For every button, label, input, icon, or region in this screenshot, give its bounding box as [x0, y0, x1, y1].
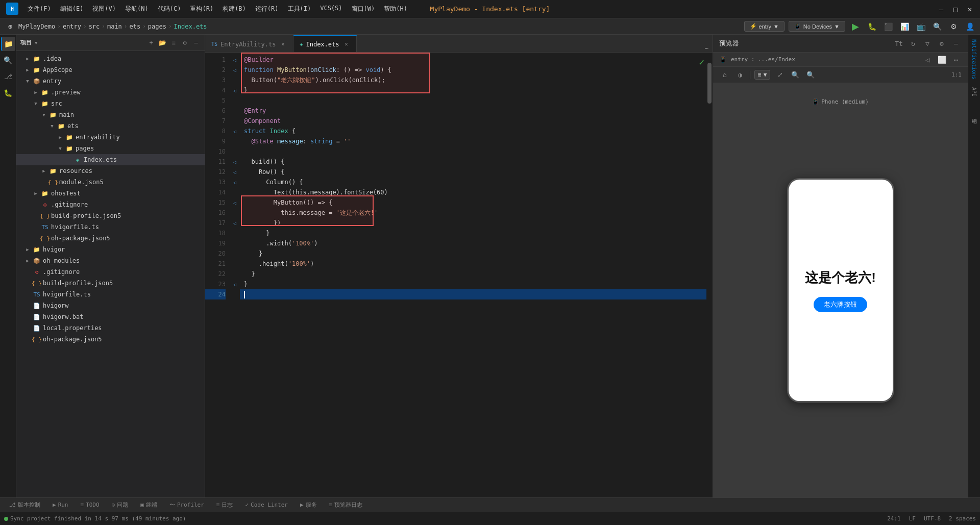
- search-icon[interactable]: 🔍: [1, 53, 15, 67]
- tab-terminal[interactable]: ▣ 终端: [135, 500, 162, 510]
- menu-code[interactable]: 代码(C): [154, 3, 185, 15]
- new-file-icon[interactable]: +: [146, 38, 156, 47]
- tab-todo[interactable]: ≡ TODO: [76, 501, 105, 509]
- close-panel-icon[interactable]: —: [191, 38, 201, 47]
- breadcrumb-entry[interactable]: entry: [63, 23, 81, 30]
- tree-item-gitignore2[interactable]: ⚙ .gitignore: [16, 266, 205, 278]
- coverage-button[interactable]: 📊: [898, 20, 911, 33]
- tree-item-entryability[interactable]: ▶ 📁 entryability: [16, 132, 205, 143]
- vcs-icon[interactable]: ⎇: [1, 69, 15, 84]
- entry-selector[interactable]: ⚡ entry ▼: [744, 21, 785, 32]
- tab-log[interactable]: ≡ 日志: [211, 500, 238, 510]
- menu-tools[interactable]: 工具(I): [284, 3, 315, 15]
- phone-button[interactable]: 老六牌按钮: [814, 297, 867, 312]
- tab-close-icon[interactable]: ✕: [342, 40, 350, 48]
- editor-scrollbar[interactable]: [706, 53, 713, 497]
- tree-item-main[interactable]: ▼ 📁 main: [16, 109, 205, 120]
- menu-window[interactable]: 窗口(W): [348, 3, 379, 15]
- run-button[interactable]: ▶: [849, 20, 862, 33]
- tab-entryability[interactable]: TS EntryAbility.ts ✕: [205, 35, 293, 52]
- new-folder-icon[interactable]: 📂: [158, 38, 167, 47]
- zoom-out-icon[interactable]: 🔍: [805, 69, 816, 81]
- tab-problems[interactable]: ⊙ 问题: [107, 500, 134, 510]
- search-button[interactable]: 🔍: [931, 20, 943, 33]
- scrollbar-thumb[interactable]: [707, 63, 712, 104]
- stop-button[interactable]: ⬛: [882, 20, 894, 33]
- charset-status[interactable]: UTF-8: [924, 515, 941, 522]
- settings-button[interactable]: ⚙: [947, 20, 960, 33]
- tree-item-idea[interactable]: ▶ 📁 .idea: [16, 53, 205, 64]
- menu-help[interactable]: 帮助(H): [380, 3, 411, 15]
- close-preview-icon[interactable]: —: [950, 38, 962, 49]
- tab-version-control[interactable]: ⎇ 版本控制: [4, 500, 45, 510]
- menu-navigate[interactable]: 导航(N): [121, 3, 153, 15]
- menu-run[interactable]: 运行(R): [251, 3, 283, 15]
- expand-icon[interactable]: ⤢: [774, 69, 786, 81]
- tree-item-pages[interactable]: ▼ 📁 pages: [16, 143, 205, 154]
- tree-item-ets[interactable]: ▼ 📁 ets: [16, 120, 205, 132]
- settings-icon[interactable]: ⚙: [936, 38, 947, 49]
- color-icon[interactable]: ◑: [734, 69, 746, 81]
- filter-icon[interactable]: ▽: [922, 38, 933, 49]
- tree-item-entry[interactable]: ▼ 📦 entry: [16, 76, 205, 87]
- sync-status[interactable]: Sync project finished in 14 s 97 ms (49 …: [4, 515, 186, 522]
- tree-item-hvigorfile2[interactable]: TS hvigorfile.ts: [16, 289, 205, 300]
- close-button[interactable]: ✕: [966, 5, 974, 13]
- devices-selector[interactable]: 📱 No Devices ▼: [789, 21, 845, 32]
- structure-panel-icon[interactable]: 结构: [969, 104, 979, 124]
- code-editor[interactable]: @Builder function MyButton(onClick: () =…: [240, 53, 706, 497]
- api-panel-icon[interactable]: API: [969, 82, 979, 102]
- tree-item-hvigor[interactable]: ▶ 📁 hvigor: [16, 244, 205, 255]
- tree-item-hvigorwbat[interactable]: 📄 hvigorw.bat: [16, 311, 205, 322]
- nav-back-icon[interactable]: ◁: [922, 54, 933, 65]
- gear-icon[interactable]: ⚙: [180, 38, 189, 47]
- tree-item-oh-package1[interactable]: { } oh-package.json5: [16, 233, 205, 244]
- nav-home-icon[interactable]: ⬜: [936, 54, 947, 65]
- menu-vcs[interactable]: VCS(S): [316, 3, 346, 15]
- tree-item-module-json[interactable]: { } module.json5: [16, 177, 205, 188]
- tree-item-resources[interactable]: ▶ 📁 resources: [16, 165, 205, 177]
- notifications-panel-icon[interactable]: Notifications: [969, 39, 979, 80]
- tree-item-appscope[interactable]: ▶ 📁 AppScope: [16, 64, 205, 76]
- breadcrumb-pages[interactable]: pages: [148, 23, 166, 30]
- refresh-icon[interactable]: ↻: [908, 38, 919, 49]
- multi-preview-dropdown[interactable]: ⊞ ▼: [754, 70, 770, 80]
- device-button[interactable]: 📺: [915, 20, 927, 33]
- debug-button[interactable]: 🐛: [866, 20, 878, 33]
- tree-item-oh-modules[interactable]: ▶ 📦 oh_modules: [16, 255, 205, 266]
- explorer-icon[interactable]: 📁: [1, 37, 15, 51]
- tree-item-build-profile2[interactable]: { } build-profile.json5: [16, 278, 205, 289]
- maximize-button[interactable]: □: [951, 5, 960, 13]
- tree-item-build-profile1[interactable]: { } build-profile.json5: [16, 210, 205, 221]
- tree-item-ohostest[interactable]: ▶ 📁 ohosTest: [16, 188, 205, 199]
- zoom-in-icon[interactable]: 🔍: [790, 69, 801, 81]
- tree-item-local-prop[interactable]: 📄 local.properties: [16, 322, 205, 334]
- line-ending-status[interactable]: LF: [909, 515, 916, 522]
- tree-item-hvigorfile[interactable]: TS hvigorfile.ts: [16, 221, 205, 233]
- nav-more-icon[interactable]: ⋯: [950, 54, 962, 65]
- menu-edit[interactable]: 编辑(E): [56, 3, 88, 15]
- position-status[interactable]: 24:1: [887, 515, 901, 522]
- menu-view[interactable]: 视图(V): [88, 3, 120, 15]
- tree-item-index-ets[interactable]: ◈ Index.ets: [16, 154, 205, 165]
- menu-file[interactable]: 文件(F): [23, 3, 55, 15]
- editor-content[interactable]: 1 2 3 4 5 6 7 8 9 10 11 12 13 14 15 16 1…: [205, 53, 713, 497]
- indent-status[interactable]: 2 spaces: [949, 515, 976, 522]
- breadcrumb-ets[interactable]: ets: [129, 23, 140, 30]
- tab-run[interactable]: ▶ Run: [47, 501, 74, 509]
- tab-indexets[interactable]: ◈ Index.ets ✕: [293, 35, 357, 52]
- tabs-more[interactable]: ⋯: [701, 45, 713, 52]
- minimize-button[interactable]: —: [937, 5, 945, 13]
- location-icon[interactable]: ⊕: [4, 20, 16, 33]
- tab-close-icon[interactable]: ✕: [279, 40, 287, 48]
- menu-refactor[interactable]: 重构(R): [186, 3, 217, 15]
- tree-item-gitignore1[interactable]: ⚙ .gitignore: [16, 199, 205, 210]
- tree-item-oh-package2[interactable]: { } oh-package.json5: [16, 334, 205, 345]
- tree-item-hvigorw[interactable]: 📄 hvigorw: [16, 300, 205, 311]
- tab-preview-log[interactable]: ≡ 预览器日志: [324, 500, 368, 510]
- font-size-icon[interactable]: Tt: [893, 38, 904, 49]
- tab-code-linter[interactable]: ✓ Code Linter: [240, 501, 292, 509]
- menu-build[interactable]: 构建(B): [218, 3, 250, 15]
- tab-service[interactable]: ▶ 服务: [295, 500, 322, 510]
- zoom-icon[interactable]: ⌂: [719, 69, 730, 81]
